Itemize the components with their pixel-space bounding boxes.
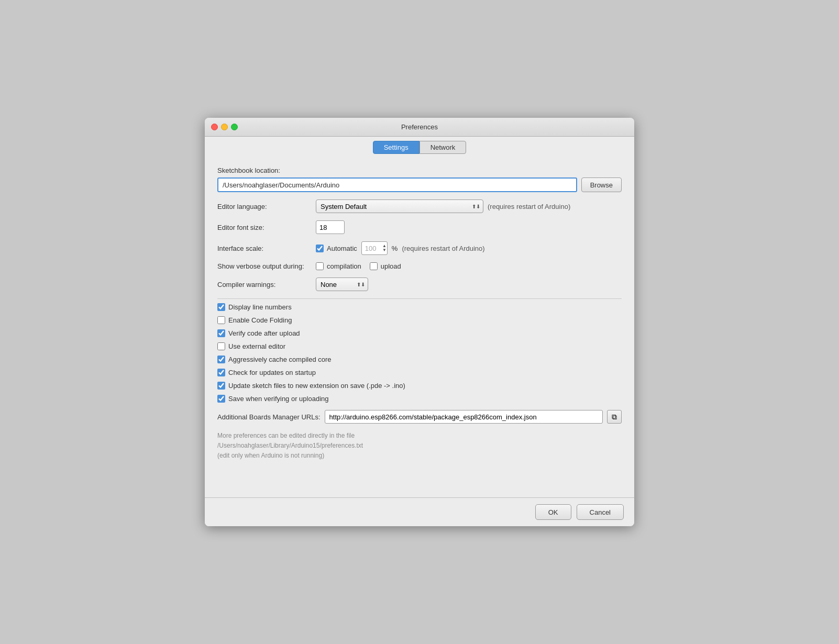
divider (217, 298, 622, 299)
editor-font-size-row: Editor font size: (217, 220, 622, 234)
cancel-button[interactable]: Cancel (577, 504, 624, 520)
sketchbook-section: Sketchbook location: Browse (217, 166, 622, 192)
verbose-compilation-label[interactable]: compilation (316, 262, 361, 270)
save-when-verifying-text: Save when verifying or uploading (228, 395, 329, 403)
check-updates-checkbox[interactable] (217, 369, 225, 376)
scale-number-wrap: ▲ ▼ (361, 241, 388, 255)
checkbox-display-line-numbers[interactable]: Display line numbers (217, 303, 622, 311)
editor-language-note: (requires restart of Arduino) (488, 203, 570, 210)
display-line-numbers-text: Display line numbers (228, 303, 292, 311)
verbose-row: Show verbose output during: compilation … (217, 262, 622, 270)
external-editor-checkbox[interactable] (217, 342, 225, 350)
footer-note-line3: (edit only when Arduino is not running) (217, 451, 622, 461)
scale-row: Automatic ▲ ▼ % (requires restart of Ard… (316, 241, 485, 255)
verify-code-text: Verify code after upload (228, 329, 300, 337)
preferences-window: Preferences Settings Network Sketchbook … (205, 118, 634, 526)
interface-scale-auto-text: Automatic (327, 245, 357, 252)
window-title: Preferences (401, 123, 438, 131)
browse-button[interactable]: Browse (581, 177, 622, 192)
editor-font-size-input[interactable] (316, 220, 345, 234)
boards-url-label: Additional Boards Manager URLs: (217, 413, 321, 421)
traffic-lights (211, 124, 238, 130)
checkbox-update-sketch-files[interactable]: Update sketch files to new extension on … (217, 382, 622, 390)
checkbox-enable-code-folding[interactable]: Enable Code Folding (217, 316, 622, 324)
compiler-warnings-select-wrapper: None Default More All ⬆⬇ (316, 277, 368, 291)
verbose-compilation-checkbox[interactable] (316, 262, 324, 270)
tab-bar: Settings Network (205, 137, 634, 158)
interface-scale-label: Interface scale: (217, 245, 312, 252)
interface-scale-row: Interface scale: Automatic ▲ ▼ % (requir… (217, 241, 622, 255)
boards-url-row: Additional Boards Manager URLs: ⧉ (217, 410, 622, 424)
minimize-button[interactable] (221, 124, 228, 130)
close-button[interactable] (211, 124, 218, 130)
compiler-warnings-row: Compiler warnings: None Default More All… (217, 277, 622, 291)
boards-url-input[interactable] (325, 410, 603, 424)
verbose-upload-checkbox[interactable] (370, 262, 378, 270)
verbose-label: Show verbose output during: (217, 262, 312, 270)
maximize-button[interactable] (231, 124, 238, 130)
save-when-verifying-checkbox[interactable] (217, 395, 225, 403)
update-sketch-files-checkbox[interactable] (217, 382, 225, 390)
editor-language-row: Editor language: System Default ⬆⬇ (requ… (217, 199, 622, 213)
footer-note: More preferences can be edited directly … (217, 431, 622, 461)
tab-settings[interactable]: Settings (373, 141, 419, 154)
compiler-warnings-select[interactable]: None Default More All (316, 277, 368, 291)
editor-language-select-wrapper: System Default ⬆⬇ (316, 199, 483, 213)
sketchbook-row: Browse (217, 177, 622, 192)
editor-language-label: Editor language: (217, 203, 312, 210)
verbose-options: compilation upload (316, 262, 401, 270)
verbose-compilation-text: compilation (327, 262, 361, 270)
tab-network[interactable]: Network (419, 141, 467, 154)
sketchbook-input[interactable] (217, 177, 577, 192)
checkbox-aggressively-cache[interactable]: Aggressively cache compiled core (217, 356, 622, 363)
checkbox-check-updates[interactable]: Check for updates on startup (217, 369, 622, 376)
ok-button[interactable]: OK (535, 504, 571, 520)
editor-language-select[interactable]: System Default (316, 199, 483, 213)
checkbox-external-editor[interactable]: Use external editor (217, 342, 622, 350)
external-editor-text: Use external editor (228, 342, 285, 350)
scale-down-button[interactable]: ▼ (382, 248, 387, 252)
checkbox-list: Display line numbers Enable Code Folding… (217, 303, 622, 403)
aggressively-cache-checkbox[interactable] (217, 356, 225, 363)
checkbox-save-when-verifying[interactable]: Save when verifying or uploading (217, 395, 622, 403)
bottom-bar: OK Cancel (205, 497, 634, 526)
verbose-upload-label[interactable]: upload (370, 262, 401, 270)
update-sketch-files-text: Update sketch files to new extension on … (228, 382, 405, 390)
footer-note-line1: More preferences can be edited directly … (217, 431, 622, 441)
verify-code-checkbox[interactable] (217, 329, 225, 337)
footer-note-line2: /Users/noahglaser/Library/Arduino15/pref… (217, 441, 622, 451)
checkbox-verify-code[interactable]: Verify code after upload (217, 329, 622, 337)
sketchbook-label: Sketchbook location: (217, 166, 622, 174)
interface-scale-note: (requires restart of Arduino) (402, 245, 484, 252)
boards-url-expand-button[interactable]: ⧉ (607, 410, 622, 424)
check-updates-text: Check for updates on startup (228, 369, 316, 376)
scale-arrows: ▲ ▼ (382, 242, 387, 254)
compiler-warnings-label: Compiler warnings: (217, 281, 312, 288)
display-line-numbers-checkbox[interactable] (217, 303, 225, 311)
title-bar: Preferences (205, 118, 634, 137)
boards-url-expand-icon: ⧉ (612, 413, 617, 421)
aggressively-cache-text: Aggressively cache compiled core (228, 356, 332, 363)
scale-percent-label: % (392, 245, 398, 252)
enable-code-folding-text: Enable Code Folding (228, 316, 292, 324)
interface-scale-checkbox[interactable] (316, 245, 324, 252)
interface-scale-auto-label[interactable]: Automatic (316, 245, 357, 252)
settings-content: Sketchbook location: Browse Editor langu… (205, 158, 634, 497)
enable-code-folding-checkbox[interactable] (217, 316, 225, 324)
verbose-upload-text: upload (381, 262, 401, 270)
editor-font-size-label: Editor font size: (217, 224, 312, 231)
